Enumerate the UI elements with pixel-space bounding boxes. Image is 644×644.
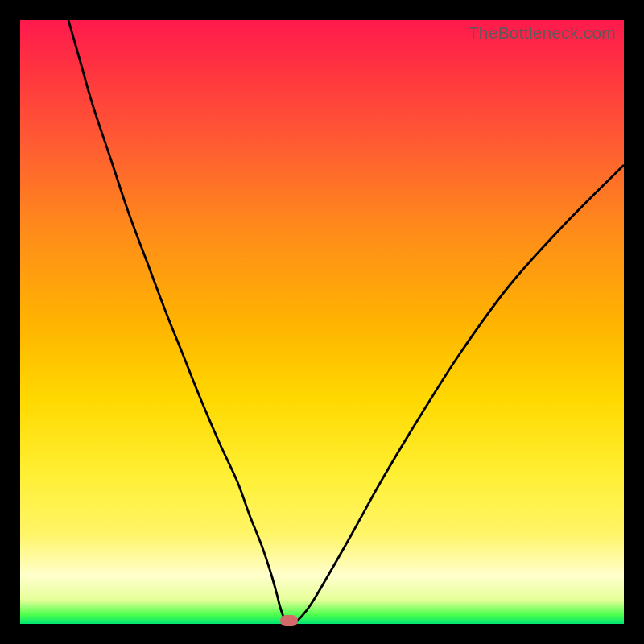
bottleneck-curve bbox=[20, 20, 624, 624]
optimum-marker bbox=[280, 615, 298, 626]
chart-frame: TheBottleneck.com bbox=[0, 0, 644, 644]
plot-area: TheBottleneck.com bbox=[20, 20, 624, 624]
